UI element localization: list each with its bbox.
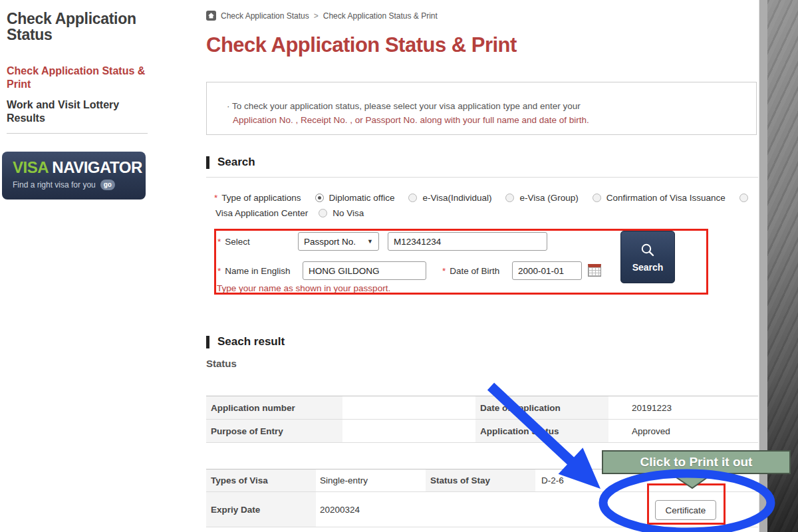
application-type-row-2: Visa Application Center No Visa [215, 208, 364, 218]
breadcrumb-separator: > [314, 11, 319, 21]
radio-label: Diplomatic office [329, 193, 395, 203]
th-purpose-of-entry: Purpose of Entry [206, 420, 342, 442]
radio-label: Confirmation of Visa Issuance [606, 193, 726, 203]
type-of-applications-label: *Type of applications [214, 193, 301, 203]
table-row: Application number Date of application 2… [206, 396, 758, 420]
radio-confirmation-visa-issuance[interactable]: Confirmation of Visa Issuance [593, 193, 726, 203]
go-button[interactable]: go [100, 180, 115, 190]
td-application-status: Approved [608, 420, 758, 442]
radio-visa-application-center[interactable] [739, 194, 748, 202]
radio-evisa-individual[interactable]: e-Visa(Individual) [408, 193, 491, 203]
search-type-select[interactable]: Passport No. ▼ [298, 232, 379, 251]
passport-number-input[interactable] [388, 232, 547, 251]
visa-navigator-subtitle-row: Find a right visa for you go [13, 180, 146, 190]
radio-evisa-group[interactable]: e-Visa (Group) [505, 193, 578, 203]
page-title: Check Application Status & Print [206, 33, 517, 57]
radio-no-visa[interactable]: No Visa [319, 208, 364, 218]
radio-icon[interactable] [408, 194, 417, 202]
th-application-status: Application Status [475, 420, 608, 442]
visa-application-center-label[interactable]: Visa Application Center [215, 208, 308, 218]
radio-icon[interactable] [505, 194, 514, 202]
dob-label: *Date of Birth [442, 266, 499, 276]
sidebar-item-lottery-results[interactable]: Work and Visit Lottery Results [7, 98, 152, 125]
th-expiry-date: Expriy Date [206, 492, 316, 527]
section-bar [206, 336, 209, 348]
table-row: Purpose of Entry Application Status Appr… [206, 420, 758, 443]
radio-label: No Visa [332, 208, 364, 218]
visa-navigator-title: VISA NAVIGATOR [13, 158, 146, 177]
td-purpose-of-entry [342, 420, 475, 442]
radio-diplomatic-office[interactable]: Diplomatic office [315, 193, 395, 203]
section-bar [206, 156, 209, 169]
search-icon [640, 242, 656, 258]
annotation-red-rectangle-certificate [647, 483, 726, 525]
select-label: *Select [217, 237, 250, 247]
status-label: Status [206, 358, 237, 369]
breadcrumb-item-1[interactable]: Check Application Status [221, 11, 309, 21]
chevron-down-icon: ▼ [367, 238, 373, 245]
info-line-1: · To check your application status, plea… [227, 100, 756, 114]
visa-word: VISA [13, 158, 48, 176]
form-divider [206, 177, 758, 178]
search-section-header: Search [206, 156, 255, 169]
search-button[interactable]: Search [620, 231, 675, 283]
annotation-tooltip-print: Click to Print it out [602, 450, 791, 474]
calendar-icon[interactable] [588, 264, 601, 277]
th-application-number: Application number [206, 396, 342, 419]
result-section-title: Seach result [217, 335, 285, 348]
sidebar-item-check-status-print[interactable]: Check Application Status & Print [7, 65, 152, 91]
visa-navigator-subtitle: Find a right visa for you [13, 180, 96, 190]
result-section-header: Seach result [206, 335, 285, 348]
info-line-2: Application No. , Receipt No. , or Passp… [227, 114, 756, 128]
td-application-number [342, 396, 475, 419]
select-value: Passport No. [304, 237, 356, 247]
info-box: · To check your application status, plea… [206, 82, 757, 135]
th-types-of-visa: Types of Visa [206, 469, 316, 491]
sidebar-title: Check Application Status [7, 11, 152, 43]
th-status-of-stay: Status of Stay [426, 469, 535, 491]
sidebar-nav: Check Application Status & Print Work an… [7, 65, 152, 132]
radio-label: e-Visa (Group) [519, 193, 578, 203]
breadcrumb-item-2[interactable]: Check Application Status & Print [323, 11, 438, 21]
th-date-of-application: Date of application [475, 396, 608, 419]
status-table-1: Application number Date of application 2… [206, 396, 758, 443]
passport-name-hint: Type your name as shown in your passport… [217, 283, 390, 293]
application-type-row: *Type of applications Diplomatic office … [214, 193, 748, 203]
name-label: *Name in English [217, 266, 291, 276]
td-types-of-visa: Single-entry [316, 469, 426, 491]
search-button-label: Search [632, 262, 664, 273]
home-icon[interactable] [206, 11, 216, 21]
dob-input[interactable] [512, 261, 582, 280]
visa-navigator-banner[interactable]: VISA NAVIGATOR Find a right visa for you… [2, 152, 146, 200]
sidebar: Check Application Status Check Applicati… [7, 11, 152, 43]
breadcrumb: Check Application Status > Check Applica… [206, 11, 438, 21]
radio-icon[interactable] [319, 209, 327, 217]
radio-icon[interactable] [593, 194, 601, 202]
sidebar-divider [7, 133, 148, 134]
navigator-word: NAVIGATOR [52, 158, 142, 176]
radio-icon[interactable] [315, 194, 324, 202]
search-section-title: Search [217, 156, 255, 169]
name-input[interactable] [303, 261, 426, 280]
radio-label: e-Visa(Individual) [422, 193, 491, 203]
td-date-of-application: 20191223 [608, 396, 758, 419]
required-marker: * [214, 193, 217, 203]
